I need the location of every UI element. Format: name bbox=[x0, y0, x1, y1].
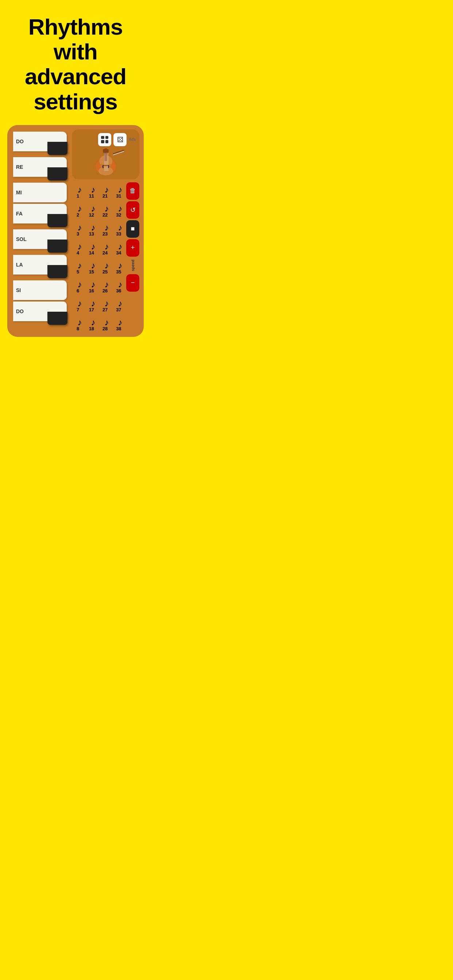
minus-icon: − bbox=[131, 279, 135, 286]
rhythm-btn-22[interactable]: 𝅘𝅥𝅮 22 bbox=[99, 201, 111, 219]
piano-key-do-1[interactable]: DO bbox=[13, 132, 67, 151]
black-key-fa[interactable] bbox=[48, 214, 67, 227]
rhythm-btn-12[interactable]: 𝅘𝅥𝅮 12 bbox=[85, 201, 97, 219]
piano-section: DO RE MI FA bbox=[12, 129, 68, 332]
rhythm-btn-25[interactable]: 𝅘𝅥𝅮 25 bbox=[99, 258, 111, 275]
rhythm-btn-5[interactable]: 𝅘𝅥𝅮 5 bbox=[72, 258, 84, 275]
rhythm-btn-7[interactable]: 𝅘𝅥𝅮 7 bbox=[72, 296, 84, 313]
key-label-fa: FA bbox=[16, 211, 22, 216]
header-section: Rhythms with advanced settings bbox=[0, 0, 151, 125]
key-label-re: RE bbox=[16, 164, 23, 170]
rhythm-btn-13[interactable]: 𝅘𝅥𝅮 13 bbox=[85, 220, 97, 238]
rhythm-col-3: 𝅘𝅥𝅮 11 𝅘𝅥𝅮 12 𝅘𝅥𝅮 13 𝅘𝅥𝅮 bbox=[85, 182, 97, 332]
rhythm-btn-26[interactable]: 𝅘𝅥𝅮 26 bbox=[99, 277, 111, 294]
rhythm-btn-4[interactable]: 𝅘𝅥𝅮 4 bbox=[72, 239, 84, 257]
rhythm-btn-32[interactable]: 𝅘𝅥𝅮 32 bbox=[113, 201, 125, 219]
black-key-do1[interactable] bbox=[48, 142, 67, 155]
rhythm-btn-33[interactable]: 𝅘𝅥𝅮 33 bbox=[113, 220, 125, 238]
panel-outer: DO RE MI FA bbox=[7, 125, 144, 337]
header-line2: with bbox=[54, 39, 97, 64]
rhythm-col-4: 𝅘𝅥𝅮 1 𝅘𝅥𝅮 2 𝅘𝅥𝅮 3 𝅘𝅥𝅮 bbox=[72, 182, 84, 332]
black-key-la[interactable] bbox=[48, 265, 67, 278]
header-line1: Rhythms bbox=[29, 14, 123, 40]
piano-key-re[interactable]: RE bbox=[13, 157, 67, 177]
plus-button[interactable]: + bbox=[126, 239, 139, 257]
rhythm-btn-27[interactable]: 𝅘𝅥𝅮 27 bbox=[99, 296, 111, 313]
black-key-re[interactable] bbox=[48, 167, 67, 180]
key-label-sol: SOL bbox=[16, 236, 27, 242]
rhythm-btn-11[interactable]: 𝅘𝅥𝅮 11 bbox=[85, 182, 97, 200]
rhythm-btn-35[interactable]: 𝅘𝅥𝅮 35 bbox=[113, 258, 125, 275]
rhythm-grid-area: 𝅘𝅥𝅮 1 𝅘𝅥𝅮 2 𝅘𝅥𝅮 3 𝅘𝅥𝅮 bbox=[72, 182, 139, 332]
speed-label: speed bbox=[131, 259, 135, 271]
grid-view-button[interactable] bbox=[98, 133, 111, 146]
rhythm-btn-15[interactable]: 𝅘𝅥𝅮 15 bbox=[85, 258, 97, 275]
white-key-mi[interactable]: MI bbox=[13, 183, 67, 202]
rhythm-btn-36[interactable]: 𝅘𝅥𝅮 36 bbox=[113, 277, 125, 294]
loop-button[interactable]: ↺ bbox=[126, 201, 139, 219]
rhythm-btn-18[interactable]: 𝅘𝅥𝅮 18 bbox=[85, 315, 97, 332]
piano-key-sol[interactable]: SOL bbox=[13, 229, 67, 249]
white-key-si[interactable]: SI bbox=[13, 280, 67, 300]
rhythm-btn-38[interactable]: 𝅘𝅥𝅮 38 bbox=[113, 315, 125, 332]
key-label-si: SI bbox=[16, 287, 21, 293]
rhythm-btn-24[interactable]: 𝅘𝅥𝅮 24 bbox=[99, 239, 111, 257]
dice-icon: ⚄ bbox=[117, 135, 123, 144]
key-label-mi: MI bbox=[16, 189, 22, 196]
grid-icon bbox=[101, 136, 108, 143]
stop-button[interactable]: ■ bbox=[126, 220, 139, 238]
plus-icon: + bbox=[131, 244, 135, 251]
ads-label: Ads bbox=[129, 137, 136, 142]
header-line4: settings bbox=[33, 89, 118, 114]
rhythm-btn-1[interactable]: 𝅘𝅥𝅮 1 bbox=[72, 182, 84, 200]
rhythm-col-1: 𝅘𝅥𝅮 31 𝅘𝅥𝅮 32 𝅘𝅥𝅮 33 𝅘𝅥𝅮 bbox=[113, 182, 125, 332]
instrument-panel: DO RE MI FA bbox=[0, 125, 151, 344]
rhythm-btn-34[interactable]: 𝅘𝅥𝅮 34 bbox=[113, 239, 125, 257]
piano-key-do2[interactable]: DO bbox=[13, 302, 67, 321]
delete-button[interactable]: 🗑 bbox=[126, 182, 139, 200]
rhythm-btn-31[interactable]: 𝅘𝅥𝅮 31 bbox=[113, 182, 125, 200]
piano-key-mi[interactable]: MI bbox=[13, 183, 67, 202]
key-label-do2: DO bbox=[16, 309, 24, 314]
rhythm-btn-17[interactable]: 𝅘𝅥𝅮 17 bbox=[85, 296, 97, 313]
rhythm-btn-6[interactable]: 𝅘𝅥𝅮 6 bbox=[72, 277, 84, 294]
header-title: Rhythms with advanced settings bbox=[11, 14, 140, 114]
rhythm-col-2: 𝅘𝅥𝅮 21 𝅘𝅥𝅮 22 𝅘𝅥𝅮 23 𝅘𝅥𝅮 bbox=[99, 182, 111, 332]
rhythm-btn-3[interactable]: 𝅘𝅥𝅮 3 bbox=[72, 220, 84, 238]
key-label-la: LA bbox=[16, 262, 23, 267]
header-line3: advanced bbox=[25, 64, 126, 89]
right-controls: 🗑 ↺ ■ + speed − bbox=[126, 182, 139, 332]
loop-icon: ↺ bbox=[130, 206, 136, 214]
rhythm-columns: 𝅘𝅥𝅮 1 𝅘𝅥𝅮 2 𝅘𝅥𝅮 3 𝅘𝅥𝅮 bbox=[72, 182, 125, 332]
rhythm-btn-14[interactable]: 𝅘𝅥𝅮 14 bbox=[85, 239, 97, 257]
rhythm-btn-21[interactable]: 𝅘𝅥𝅮 21 bbox=[99, 182, 111, 200]
piano-key-si[interactable]: SI bbox=[13, 280, 67, 300]
svg-point-16 bbox=[107, 149, 109, 151]
piano-key-fa[interactable]: FA bbox=[13, 204, 67, 223]
rhythm-btn-28[interactable]: 𝅘𝅥𝅮 28 bbox=[99, 315, 111, 332]
delete-icon: 🗑 bbox=[129, 187, 136, 195]
rhythm-section: ⚄ Ads bbox=[72, 129, 139, 332]
violin-svg bbox=[86, 148, 126, 176]
violin-area: ⚄ Ads bbox=[72, 129, 139, 180]
svg-point-15 bbox=[103, 149, 105, 151]
rhythm-btn-2[interactable]: 𝅘𝅥𝅮 2 bbox=[72, 201, 84, 219]
minus-button[interactable]: − bbox=[126, 274, 139, 292]
violin-image bbox=[75, 148, 136, 176]
svg-rect-10 bbox=[103, 165, 108, 166]
top-icons: ⚄ Ads bbox=[75, 133, 136, 146]
stop-icon: ■ bbox=[131, 225, 135, 232]
piano-key-la[interactable]: LA bbox=[13, 255, 67, 275]
key-label-do1: DO bbox=[16, 138, 24, 145]
rhythm-btn-8[interactable]: 𝅘𝅥𝅮 8 bbox=[72, 315, 84, 332]
rhythm-btn-23[interactable]: 𝅘𝅥𝅮 23 bbox=[99, 220, 111, 238]
black-key-do2[interactable] bbox=[48, 312, 67, 325]
black-key-sol[interactable] bbox=[48, 240, 67, 253]
dice-button[interactable]: ⚄ bbox=[113, 133, 126, 146]
rhythm-btn-16[interactable]: 𝅘𝅥𝅮 16 bbox=[85, 277, 97, 294]
rhythm-btn-37[interactable]: 𝅘𝅥𝅮 37 bbox=[113, 296, 125, 313]
